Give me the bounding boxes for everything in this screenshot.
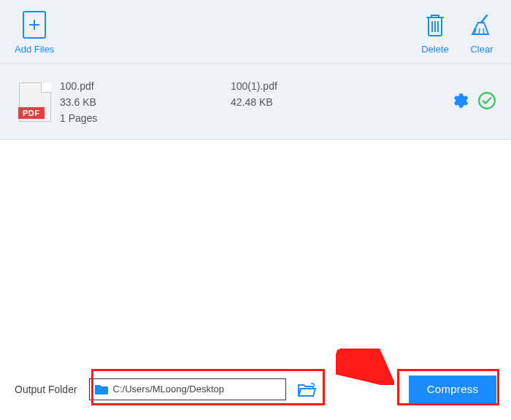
file-row[interactable]: PDF 100.pdf 33.6 KB 1 Pages 100(1).pdf 4… (0, 64, 511, 140)
file-input-info: 100.pdf 33.6 KB 1 Pages (55, 80, 223, 124)
add-files-label: Add Files (15, 44, 54, 55)
content-area (0, 140, 511, 359)
file-list: PDF 100.pdf 33.6 KB 1 Pages 100(1).pdf 4… (0, 64, 511, 140)
compress-button[interactable]: Compress (409, 376, 496, 403)
file-output-info: 100(1).pdf 42.48 KB (223, 80, 450, 124)
svg-point-9 (479, 93, 495, 109)
file-output-size: 42.48 KB (231, 96, 450, 108)
add-files-button[interactable]: Add Files (15, 10, 54, 55)
file-type-icon: PDF (15, 82, 55, 122)
broom-icon (467, 10, 496, 39)
file-pages: 1 Pages (60, 112, 223, 124)
output-folder-path: C:/Users/MLoong/Desktop (113, 384, 281, 394)
toolbar-right: Delete Clear (420, 10, 496, 55)
folder-icon (94, 384, 109, 395)
svg-line-7 (479, 28, 480, 34)
footer: Output Folder C:/Users/MLoong/Desktop Co… (0, 358, 511, 420)
checkmark-circle-icon (477, 91, 496, 110)
clear-label: Clear (470, 44, 493, 55)
browse-folder-button[interactable] (293, 381, 317, 397)
delete-label: Delete (421, 44, 449, 55)
add-file-icon (20, 10, 49, 39)
file-output-name: 100(1).pdf (231, 80, 450, 92)
gear-icon (450, 91, 469, 110)
open-folder-icon (296, 381, 317, 397)
output-folder-label: Output Folder (15, 384, 77, 395)
trash-icon (420, 10, 450, 39)
compress-label: Compress (427, 383, 479, 395)
file-actions (450, 91, 496, 113)
clear-button[interactable]: Clear (467, 10, 496, 55)
pdf-badge: PDF (18, 107, 45, 119)
file-status-done (477, 91, 496, 113)
toolbar-left: Add Files (15, 10, 54, 55)
toolbar: Add Files Delete (0, 0, 511, 64)
svg-line-8 (483, 28, 484, 34)
delete-button[interactable]: Delete (420, 10, 450, 55)
file-name: 100.pdf (60, 80, 223, 92)
file-size: 33.6 KB (60, 96, 223, 108)
output-folder-input[interactable]: C:/Users/MLoong/Desktop (89, 378, 286, 400)
file-settings-button[interactable] (450, 91, 469, 113)
